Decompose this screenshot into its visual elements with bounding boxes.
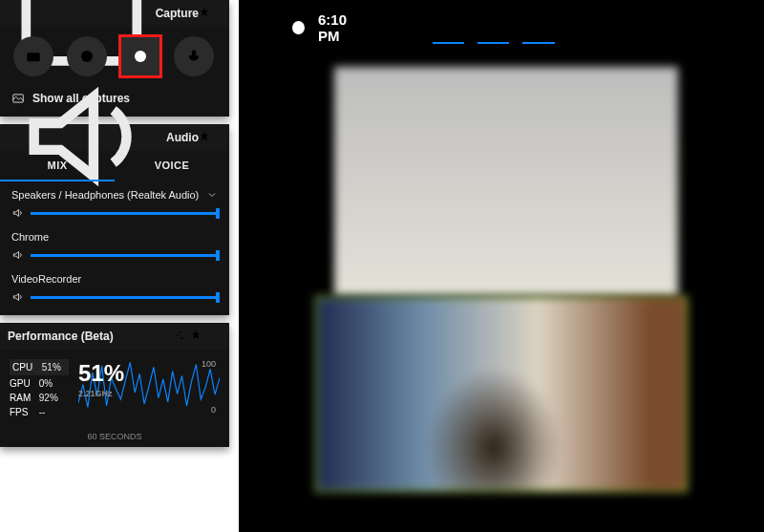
perf-big-value: 51% 2.21GHz bbox=[78, 360, 124, 398]
volume-slider-videorecorder[interactable] bbox=[31, 296, 218, 299]
perf-sub-value: 2.21GHz bbox=[78, 389, 124, 398]
pin-icon[interactable] bbox=[187, 330, 204, 344]
tab-mix[interactable]: MIX bbox=[0, 151, 115, 181]
clock-time: 6:10 PM bbox=[318, 11, 373, 44]
settings-icon[interactable] bbox=[170, 330, 187, 344]
pin-icon[interactable] bbox=[199, 7, 210, 21]
camera-tile-self bbox=[315, 296, 688, 492]
perf-footer: 60 SECONDS bbox=[0, 432, 229, 447]
capture-header: Capture bbox=[0, 0, 229, 27]
mic-toggle-button[interactable] bbox=[174, 36, 214, 76]
menu-icon[interactable] bbox=[387, 11, 418, 44]
volume-slider-chrome[interactable] bbox=[31, 254, 218, 257]
device-label: Speakers / Headphones (Realtek Audio) bbox=[11, 189, 199, 201]
svg-point-12 bbox=[581, 25, 584, 29]
audio-app-chrome: Chrome bbox=[0, 223, 229, 266]
stat-label: FPS bbox=[10, 405, 36, 419]
stat-label: GPU bbox=[10, 376, 36, 391]
volume-slider-main[interactable] bbox=[31, 212, 218, 215]
stat-value: 51% bbox=[42, 362, 61, 372]
close-icon[interactable] bbox=[210, 7, 222, 21]
axis-lo: 0 bbox=[211, 405, 216, 415]
tab-voice[interactable]: VOICE bbox=[115, 151, 229, 181]
svg-point-6 bbox=[180, 331, 181, 333]
chevron-down-icon[interactable] bbox=[206, 189, 218, 201]
gamebar-topbar: 6:10 PM bbox=[277, 11, 600, 44]
capture-widget-icon[interactable] bbox=[478, 11, 509, 44]
app-label: VideoRecorder bbox=[11, 273, 81, 285]
stat-label: RAM bbox=[10, 391, 36, 405]
svg-point-13 bbox=[585, 25, 588, 28]
volume-icon[interactable] bbox=[11, 206, 25, 220]
app-label: Chrome bbox=[11, 231, 49, 243]
close-icon[interactable] bbox=[210, 131, 222, 145]
pin-icon[interactable] bbox=[199, 131, 210, 145]
camera-tile-remote bbox=[334, 67, 678, 296]
audio-title: Audio bbox=[166, 131, 199, 144]
performance-title: Performance (Beta) bbox=[8, 330, 170, 343]
svg-point-8 bbox=[181, 337, 183, 339]
audio-header: Audio bbox=[0, 124, 229, 151]
stat-value: -- bbox=[39, 407, 46, 417]
performance-panel: Performance (Beta) CPU 51% GPU 0% bbox=[0, 323, 229, 447]
svg-point-7 bbox=[177, 334, 179, 336]
performance-header: Performance (Beta) bbox=[0, 323, 229, 350]
audio-tabs: MIX VOICE bbox=[0, 151, 229, 181]
svg-point-10 bbox=[492, 25, 496, 29]
volume-icon[interactable] bbox=[11, 248, 25, 262]
xbox-social-icon[interactable] bbox=[568, 11, 600, 44]
audio-panel: Audio MIX VOICE Speakers / Headphones (R… bbox=[0, 124, 229, 315]
xbox-icon[interactable] bbox=[292, 21, 305, 34]
capture-title: Capture bbox=[156, 7, 199, 20]
close-icon[interactable] bbox=[204, 330, 222, 344]
axis-hi: 100 bbox=[202, 359, 216, 369]
svg-rect-11 bbox=[533, 23, 543, 31]
perf-stats-list: CPU 51% GPU 0% RAM 92% FPS -- bbox=[10, 359, 69, 426]
audio-widget-icon[interactable] bbox=[433, 11, 464, 44]
performance-widget-icon[interactable] bbox=[522, 11, 554, 44]
audio-app-videorecorder: VideoRecorder bbox=[0, 266, 229, 315]
stat-value: 0% bbox=[39, 378, 53, 389]
stat-label: CPU bbox=[12, 360, 39, 374]
volume-icon[interactable] bbox=[11, 290, 25, 304]
stat-value: 92% bbox=[39, 393, 58, 403]
